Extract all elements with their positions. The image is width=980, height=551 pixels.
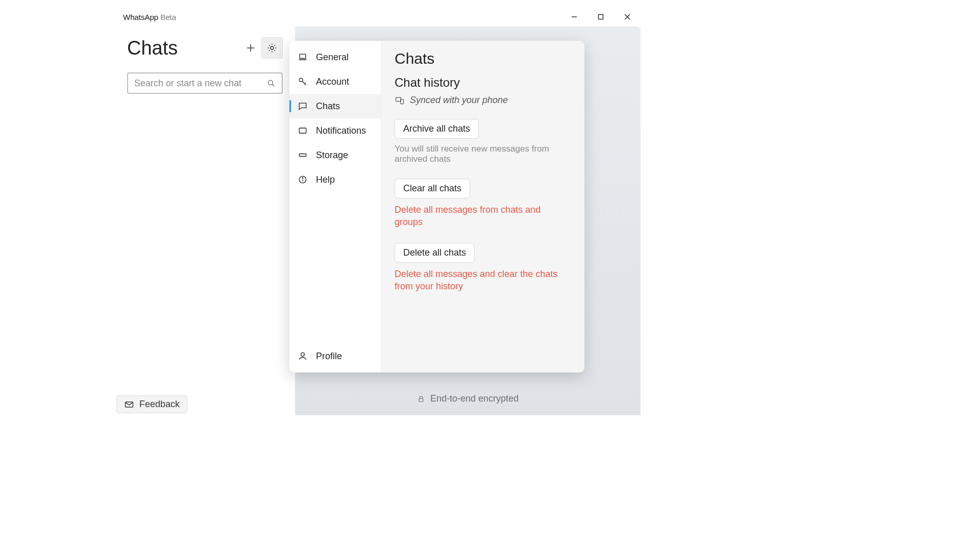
delete-hint: Delete all messages and clear the chats … xyxy=(395,268,571,293)
close-button[interactable] xyxy=(614,7,641,27)
svg-point-7 xyxy=(268,80,273,85)
devices-icon xyxy=(395,95,405,106)
person-icon xyxy=(298,351,308,361)
maximize-icon xyxy=(597,13,604,20)
settings-title: Chats xyxy=(395,50,571,67)
clear-hint: Delete all messages from chats and group… xyxy=(395,204,571,229)
sync-text: Synced with your phone xyxy=(410,95,508,106)
nav-label: Notifications xyxy=(316,126,366,136)
close-icon xyxy=(624,13,631,20)
beta-label: Beta xyxy=(160,13,176,21)
maximize-button[interactable] xyxy=(587,7,614,27)
window-controls xyxy=(561,7,641,27)
lock-icon xyxy=(417,395,425,403)
info-icon xyxy=(298,174,308,185)
archive-hint: You will still receive new messages from… xyxy=(395,144,571,164)
sync-status: Synced with your phone xyxy=(395,95,571,106)
notification-icon xyxy=(298,126,308,136)
feedback-label: Feedback xyxy=(139,399,180,410)
search-icon xyxy=(266,79,276,88)
svg-line-13 xyxy=(305,83,306,84)
plus-icon xyxy=(245,42,256,54)
nav-label: General xyxy=(316,52,349,63)
nav-help[interactable]: Help xyxy=(289,167,381,192)
nav-label: Help xyxy=(316,174,335,185)
nav-account[interactable]: Account xyxy=(289,69,381,94)
settings-button[interactable] xyxy=(261,37,283,59)
feedback-button[interactable]: Feedback xyxy=(116,395,187,413)
settings-content: Chats Chat history Synced with your phon… xyxy=(381,41,584,372)
minimize-button[interactable] xyxy=(561,7,587,27)
settings-subtitle: Chat history xyxy=(395,76,571,90)
chat-list-title: Chats xyxy=(127,37,240,59)
search-input-wrapper[interactable] xyxy=(127,72,283,94)
key-icon xyxy=(298,77,308,87)
settings-flyout: General Account Chats Notifications xyxy=(289,41,584,372)
svg-rect-22 xyxy=(419,398,423,402)
svg-point-11 xyxy=(299,78,303,82)
chat-list-panel: Chats xyxy=(115,27,295,415)
gear-icon xyxy=(266,42,278,54)
clear-all-button[interactable]: Clear all chats xyxy=(395,179,470,198)
svg-line-8 xyxy=(272,84,274,86)
nav-label: Profile xyxy=(316,351,342,362)
nav-label: Storage xyxy=(316,150,348,161)
nav-profile[interactable]: Profile xyxy=(289,344,381,368)
svg-rect-1 xyxy=(599,15,603,19)
new-chat-button[interactable] xyxy=(240,37,261,59)
nav-label: Account xyxy=(316,77,349,87)
delete-all-button[interactable]: Delete all chats xyxy=(395,243,475,263)
app-window: WhatsApp Beta Chats xyxy=(115,7,641,415)
encryption-footer: End-to-end encrypted xyxy=(295,393,641,404)
main-area: General Account Chats Notifications xyxy=(295,27,641,415)
svg-rect-23 xyxy=(126,402,133,407)
nav-notifications[interactable]: Notifications xyxy=(289,118,381,143)
storage-icon xyxy=(298,150,308,160)
svg-rect-20 xyxy=(396,97,401,102)
svg-point-6 xyxy=(271,46,274,49)
svg-rect-15 xyxy=(299,154,306,157)
svg-point-18 xyxy=(302,178,303,178)
minimize-icon xyxy=(571,13,578,20)
nav-label: Chats xyxy=(316,101,340,112)
encryption-text: End-to-end encrypted xyxy=(430,393,519,404)
app-name: WhatsApp xyxy=(123,13,158,21)
chat-icon xyxy=(298,101,308,111)
settings-nav: General Account Chats Notifications xyxy=(289,41,381,372)
search-input[interactable] xyxy=(134,78,266,89)
titlebar: WhatsApp Beta xyxy=(115,7,641,27)
archive-all-button[interactable]: Archive all chats xyxy=(395,119,479,139)
svg-rect-14 xyxy=(299,128,306,133)
mail-icon xyxy=(124,399,134,410)
laptop-icon xyxy=(298,52,308,62)
svg-rect-9 xyxy=(300,54,306,58)
svg-point-19 xyxy=(301,353,305,356)
nav-general[interactable]: General xyxy=(289,45,381,69)
nav-storage[interactable]: Storage xyxy=(289,143,381,167)
nav-chats[interactable]: Chats xyxy=(289,94,381,118)
